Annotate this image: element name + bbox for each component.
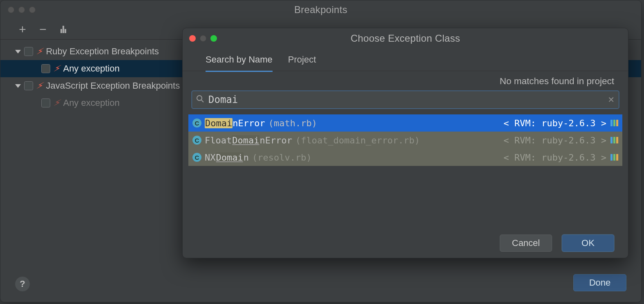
result-row[interactable]: C DomainError (math.rb) < RVM: ruby-2.6.…	[188, 114, 622, 132]
help-button[interactable]: ?	[15, 277, 30, 291]
checkbox[interactable]	[24, 81, 33, 90]
tab-search-by-name[interactable]: Search by Name	[206, 54, 273, 71]
disclosure-icon[interactable]	[15, 50, 21, 54]
tree-group-label: Ruby Exception Breakpoints	[46, 46, 159, 57]
breakpoints-title: Breakpoints	[0, 4, 641, 16]
search-icon	[196, 95, 204, 105]
checkbox[interactable]	[41, 64, 50, 73]
tree-item-label: Any exception	[63, 98, 119, 108]
disclosure-icon[interactable]	[15, 84, 21, 88]
result-row[interactable]: C NXDomain (resolv.rb) < RVM: ruby-2.6.3…	[188, 149, 622, 166]
result-row[interactable]: C FloatDomainError (float_domain_error.r…	[188, 132, 622, 149]
class-icon: C	[192, 136, 201, 145]
tree-group-label: JavaScript Exception Breakpoints	[46, 80, 180, 91]
view-breakpoints-icon[interactable]	[58, 25, 68, 34]
results-list: C DomainError (math.rb) < RVM: ruby-2.6.…	[188, 114, 622, 166]
breakpoints-titlebar: Breakpoints	[0, 0, 641, 19]
search-field-wrapper[interactable]: ✕	[192, 91, 619, 109]
svg-point-0	[197, 96, 202, 101]
choose-exception-dialog: Choose Exception Class Search by Name Pr…	[182, 28, 628, 258]
tree-item-label: Any exception	[63, 63, 119, 74]
checkbox[interactable]	[41, 98, 50, 107]
tab-project[interactable]: Project	[288, 54, 316, 71]
exception-icon: ⚡	[36, 80, 43, 91]
checkbox[interactable]	[24, 47, 33, 56]
dialog-title: Choose Exception Class	[183, 33, 628, 44]
result-sdk: < RVM: ruby-2.6.3 >	[503, 152, 606, 163]
dialog-titlebar: Choose Exception Class	[183, 28, 628, 49]
library-icon	[610, 137, 618, 143]
result-sdk: < RVM: ruby-2.6.3 >	[503, 135, 606, 145]
result-sdk: < RVM: ruby-2.6.3 >	[503, 118, 606, 128]
clear-search-icon[interactable]: ✕	[608, 95, 615, 105]
result-name: FloatDomainError	[205, 135, 292, 145]
result-file: (float_domain_error.rb)	[295, 135, 420, 145]
ok-button[interactable]: OK	[562, 235, 614, 252]
result-file: (resolv.rb)	[252, 152, 312, 163]
dialog-tabs: Search by Name Project	[183, 49, 628, 71]
done-button[interactable]: Done	[573, 274, 626, 291]
class-icon: C	[192, 118, 201, 127]
cancel-button[interactable]: Cancel	[500, 235, 552, 252]
result-name: DomainError	[205, 118, 265, 128]
library-icon	[610, 120, 618, 126]
search-input[interactable]	[208, 94, 604, 105]
exception-icon: ⚡	[53, 63, 60, 74]
status-text: No matches found in project	[500, 76, 614, 87]
dialog-footer: Cancel OK	[183, 228, 628, 258]
add-breakpoint-button[interactable]: +	[18, 25, 27, 34]
remove-breakpoint-button[interactable]: −	[38, 25, 48, 34]
result-name: NXDomain	[205, 152, 249, 163]
class-icon: C	[192, 153, 201, 162]
svg-line-1	[201, 100, 203, 102]
library-icon	[610, 154, 618, 161]
exception-icon: ⚡	[36, 46, 43, 57]
result-file: (math.rb)	[268, 118, 317, 128]
exception-icon: ⚡	[53, 98, 60, 108]
